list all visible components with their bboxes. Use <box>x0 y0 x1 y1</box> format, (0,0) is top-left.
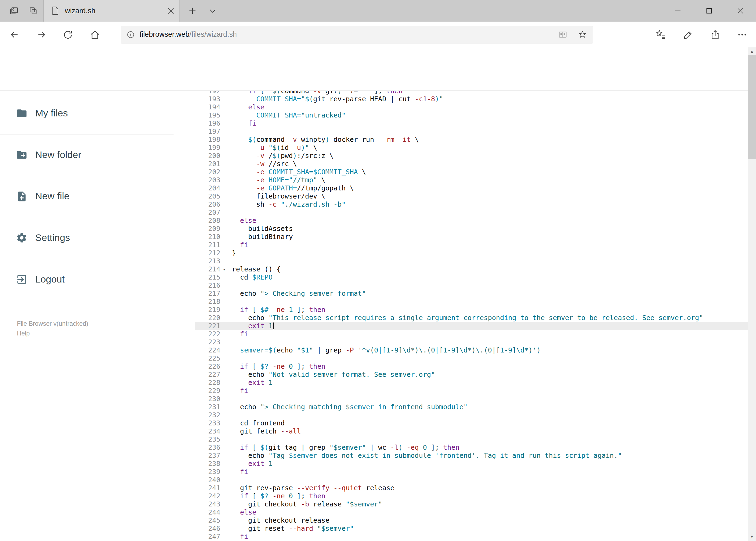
code-line[interactable]: 201 -w //src \ <box>195 160 748 168</box>
code-line[interactable]: 245 git checkout release <box>195 516 748 525</box>
code-line[interactable]: 195 COMMIT_SHA="untracked" <box>195 111 748 119</box>
line-number: 216 <box>195 281 220 289</box>
code-line[interactable]: 242 if [ $? -ne 0 ]; then <box>195 492 748 500</box>
code-line[interactable]: 228 exit 1 <box>195 379 748 387</box>
code-line[interactable]: 227 echo "Not valid semver format. See s… <box>195 370 748 379</box>
code-line[interactable]: 233 cd frontend <box>195 419 748 427</box>
code-fold-arrow-icon[interactable]: ▾ <box>220 265 232 273</box>
code-line[interactable]: 219 if [ $# -ne 1 ]; then <box>195 306 748 314</box>
sidebar-item-logout[interactable]: Logout <box>0 265 195 294</box>
code-line[interactable]: 208 else <box>195 217 748 225</box>
favorite-star-icon[interactable] <box>578 30 587 39</box>
close-tab-icon[interactable] <box>167 8 174 14</box>
code-line[interactable]: 237 echo "Tag $semver does not exist in … <box>195 452 748 460</box>
code-text: fi <box>232 468 248 476</box>
code-line[interactable]: 209 buildAssets <box>195 225 748 233</box>
code-line[interactable]: 194 else <box>195 103 748 111</box>
fold-gutter <box>220 411 232 419</box>
code-line[interactable]: 222 fi <box>195 330 748 338</box>
code-line[interactable]: 211 fi <box>195 241 748 249</box>
code-line[interactable]: 241 git rev-parse --verify --quiet relea… <box>195 484 748 492</box>
code-line[interactable]: 216 <box>195 281 748 289</box>
code-line[interactable]: 226 if [ $? -ne 0 ]; then <box>195 362 748 370</box>
code-line[interactable]: 243 git checkout -b release "$semver" <box>195 500 748 508</box>
code-line[interactable]: 202 -e COMMIT_SHA=$COMMIT_SHA \ <box>195 168 748 176</box>
code-line[interactable]: 199 -u "$(id -u)" \ <box>195 144 748 152</box>
code-line[interactable]: 193 COMMIT_SHA="$(git rev-parse HEAD | c… <box>195 95 748 103</box>
line-number: 238 <box>195 460 220 468</box>
code-line[interactable]: 223 <box>195 338 748 346</box>
share-button[interactable] <box>704 24 726 45</box>
tab-preview-chevron-icon[interactable] <box>202 0 223 22</box>
code-line[interactable]: 247 fi <box>195 533 748 541</box>
back-button[interactable] <box>4 24 25 45</box>
code-line[interactable]: 215 cd $REPO <box>195 273 748 281</box>
code-line[interactable]: 235 <box>195 435 748 443</box>
code-line[interactable]: 236 if [ $(git tag | grep "$semver" | wc… <box>195 443 748 452</box>
more-button[interactable] <box>731 24 753 45</box>
code-line[interactable]: 192 if [ "$(command -v git)" != "" ]; th… <box>195 91 748 95</box>
scroll-up-icon[interactable]: ▲ <box>748 47 756 55</box>
code-line[interactable]: 200 -v /$(pwd):/src:z \ <box>195 152 748 160</box>
sidebar-item-my-files[interactable]: My files <box>0 99 195 128</box>
code-line[interactable]: 196 fi <box>195 119 748 128</box>
sidebar-item-new-folder[interactable]: New folder <box>0 141 195 169</box>
code-line[interactable]: 198 $(command -v winpty) docker run --rm… <box>195 136 748 144</box>
code-line[interactable]: 232 <box>195 411 748 419</box>
code-line[interactable]: 207 <box>195 209 748 217</box>
code-line[interactable]: 204 -e GOPATH=//tmp/gopath \ <box>195 184 748 192</box>
code-line[interactable]: 203 -e HOME="//tmp" \ <box>195 176 748 184</box>
tabs-you-set-aside-icon[interactable] <box>23 0 44 22</box>
page-scrollbar[interactable]: ▲ ▼ <box>748 47 756 541</box>
code-line[interactable]: 231 echo "> Checking matching $semver in… <box>195 403 748 411</box>
code-line[interactable]: 239 fi <box>195 468 748 476</box>
annotate-button[interactable] <box>677 24 699 45</box>
code-line[interactable]: 214▾release () { <box>195 265 748 273</box>
code-line[interactable]: 210 buildBinary <box>195 233 748 241</box>
code-line[interactable]: 197 <box>195 128 748 136</box>
code-line[interactable]: 234 git fetch --all <box>195 427 748 435</box>
code-editor[interactable]: 192 if [ "$(command -v git)" != "" ]; th… <box>195 91 748 541</box>
reading-view-icon[interactable] <box>558 30 567 39</box>
minimize-button[interactable] <box>662 0 693 22</box>
scrollbar-thumb[interactable] <box>748 55 756 159</box>
refresh-button[interactable] <box>58 24 79 45</box>
code-line[interactable]: 240 <box>195 476 748 484</box>
code-line[interactable]: 218 <box>195 297 748 306</box>
code-line[interactable]: 230 <box>195 395 748 403</box>
code-line[interactable]: 206 sh -c "./wizard.sh -b" <box>195 201 748 209</box>
hub-favorites-button[interactable] <box>650 24 672 45</box>
code-line[interactable]: 244 else <box>195 508 748 516</box>
fold-gutter <box>220 91 232 95</box>
code-line[interactable]: 224 semver=$(echo "$1" | grep -P '^v(0|[… <box>195 346 748 354</box>
code-text: $(command -v winpty) docker run --rm -it… <box>232 136 419 144</box>
sidebar-item-label: Logout <box>35 274 65 285</box>
fold-gutter <box>220 484 232 492</box>
code-line[interactable]: 238 exit 1 <box>195 460 748 468</box>
code-line[interactable]: 213 <box>195 257 748 265</box>
code-line[interactable]: 221 exit 1 <box>195 322 748 330</box>
tab-wizard-sh[interactable]: wizard.sh <box>44 0 180 22</box>
code-line[interactable]: 246 git reset --hard "$semver" <box>195 525 748 533</box>
set-tabs-aside-icon[interactable] <box>4 0 24 22</box>
code-line[interactable]: 229 fi <box>195 387 748 395</box>
site-info-icon[interactable] <box>126 31 135 39</box>
forward-button[interactable] <box>31 24 52 45</box>
close-window-button[interactable] <box>725 0 756 22</box>
fold-gutter <box>220 111 232 119</box>
code-line[interactable]: 225 <box>195 354 748 362</box>
fold-gutter <box>220 362 232 370</box>
sidebar-divider <box>0 134 173 135</box>
maximize-button[interactable] <box>693 0 725 22</box>
sidebar-item-new-file[interactable]: New file <box>0 182 195 211</box>
code-line[interactable]: 205 filebrowser/dev \ <box>195 192 748 201</box>
scroll-down-icon[interactable]: ▼ <box>748 533 756 541</box>
new-tab-button[interactable] <box>182 0 202 22</box>
code-line[interactable]: 217 echo "> Checking semver format" <box>195 289 748 297</box>
address-bar[interactable]: filebrowser.web/files/wizard.sh <box>121 26 593 44</box>
help-link[interactable]: Help <box>17 329 89 338</box>
home-button[interactable] <box>85 24 106 45</box>
code-line[interactable]: 212} <box>195 249 748 257</box>
sidebar-item-settings[interactable]: Settings <box>0 224 195 252</box>
code-line[interactable]: 220 echo "This release script requires a… <box>195 314 748 322</box>
